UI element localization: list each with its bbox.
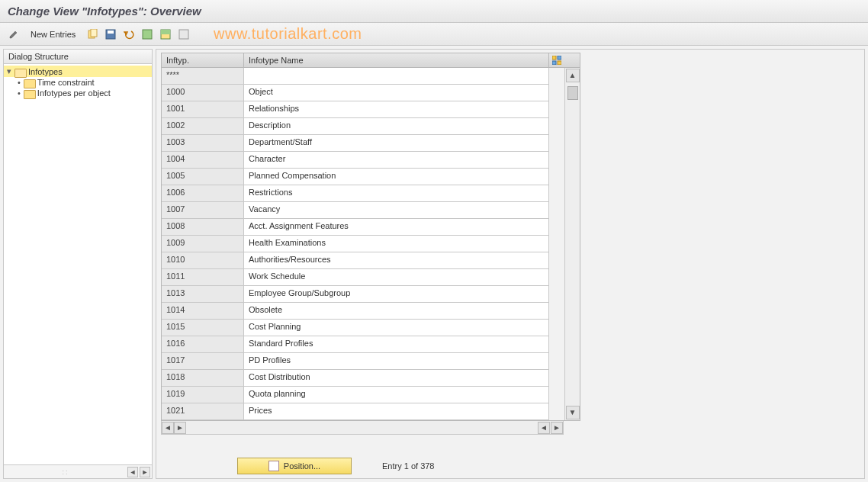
- deselect-all-icon[interactable]: [176, 27, 191, 42]
- column-header-code[interactable]: Inftyp.: [162, 53, 244, 67]
- cell-code[interactable]: 1004: [162, 152, 244, 169]
- content-panel: Inftyp. Infotype Name ▲ ▼ ****1000Object…: [156, 49, 865, 479]
- table-row[interactable]: 1016Standard Profiles: [162, 336, 580, 353]
- new-entries-button[interactable]: New Entries: [26, 28, 80, 40]
- cell-code[interactable]: 1010: [162, 252, 244, 269]
- select-block-icon[interactable]: [158, 27, 173, 42]
- folder-icon: [24, 88, 34, 98]
- cell-code[interactable]: 1009: [162, 236, 244, 252]
- tree-node-infotypes[interactable]: ▾ Infotypes: [4, 66, 152, 77]
- table-row[interactable]: 1015Cost Planning: [162, 320, 580, 336]
- resize-handle-icon[interactable]: ::: [5, 468, 126, 476]
- cell-code[interactable]: 1006: [162, 185, 244, 202]
- cell-name[interactable]: Cost Planning: [244, 320, 549, 336]
- save-icon[interactable]: [103, 27, 118, 42]
- cell-code[interactable]: 1018: [162, 370, 244, 387]
- cell-name[interactable]: Relationships: [244, 101, 549, 118]
- cell-code[interactable]: 1021: [162, 403, 244, 420]
- svg-rect-7: [179, 30, 188, 39]
- bullet-icon: •: [18, 78, 21, 87]
- table-row[interactable]: 1000Object: [162, 85, 580, 101]
- vertical-scrollbar[interactable]: ▲ ▼: [564, 68, 580, 420]
- table-row[interactable]: 1003Department/Staff: [162, 135, 580, 152]
- cell-code[interactable]: 1017: [162, 353, 244, 370]
- tree-node-label: Infotypes: [28, 67, 63, 76]
- table-row[interactable]: 1017PD Profiles: [162, 353, 580, 370]
- cell-name[interactable]: Obsolete: [244, 303, 549, 320]
- cell-name[interactable]: Quota planning: [244, 387, 549, 403]
- cell-name[interactable]: Acct. Assignment Features: [244, 219, 549, 236]
- cell-name[interactable]: Character: [244, 152, 549, 169]
- cell-name[interactable]: PD Profiles: [244, 353, 549, 370]
- table-row[interactable]: 1019Quota planning: [162, 387, 580, 403]
- scroll-left-icon[interactable]: ◄: [127, 467, 138, 477]
- table-row[interactable]: 1013Employee Group/Subgroup: [162, 286, 580, 303]
- cell-name[interactable]: Planned Compensation: [244, 169, 549, 185]
- table-row[interactable]: 1005Planned Compensation: [162, 169, 580, 185]
- scroll-right-end-icon[interactable]: ►: [551, 422, 563, 434]
- cell-code[interactable]: 1001: [162, 101, 244, 118]
- cell-name[interactable]: Cost Distribution: [244, 370, 549, 387]
- tree-node-infotypes-per-object[interactable]: • Infotypes per object: [4, 88, 152, 98]
- table-row[interactable]: 1014Obsolete: [162, 303, 580, 320]
- table-row[interactable]: 1021Prices: [162, 403, 580, 420]
- table-row[interactable]: 1007Vacancy: [162, 202, 580, 219]
- table-row[interactable]: 1009Health Examinations: [162, 236, 580, 252]
- cell-code[interactable]: 1008: [162, 219, 244, 236]
- table-row[interactable]: 1008Acct. Assignment Features: [162, 219, 580, 236]
- cell-name[interactable]: Department/Staff: [244, 135, 549, 152]
- cell-name[interactable]: [244, 68, 549, 85]
- cell-name[interactable]: Health Examinations: [244, 236, 549, 252]
- cell-code[interactable]: 1011: [162, 269, 244, 286]
- scroll-left-icon[interactable]: ◄: [162, 422, 174, 434]
- cell-name[interactable]: Work Schedule: [244, 269, 549, 286]
- table-row[interactable]: 1011Work Schedule: [162, 269, 580, 286]
- scroll-down-icon[interactable]: ▼: [566, 406, 580, 419]
- cell-name[interactable]: Authorities/Resources: [244, 252, 549, 269]
- select-all-icon[interactable]: [140, 27, 155, 42]
- cell-name[interactable]: Restrictions: [244, 185, 549, 202]
- cell-code[interactable]: 1002: [162, 118, 244, 135]
- cell-name[interactable]: Object: [244, 85, 549, 101]
- table-row[interactable]: 1001Relationships: [162, 101, 580, 118]
- cell-code[interactable]: ****: [162, 68, 244, 85]
- cell-code[interactable]: 1016: [162, 336, 244, 353]
- cell-code[interactable]: 1007: [162, 202, 244, 219]
- cell-code[interactable]: 1013: [162, 286, 244, 303]
- cell-code[interactable]: 1014: [162, 303, 244, 320]
- cell-code[interactable]: 1000: [162, 85, 244, 101]
- copy-icon[interactable]: [85, 27, 100, 42]
- cell-name[interactable]: Standard Profiles: [244, 336, 549, 353]
- svg-rect-4: [143, 30, 152, 39]
- collapse-icon[interactable]: ▾: [7, 66, 14, 76]
- position-button[interactable]: Position...: [237, 458, 352, 474]
- table-row[interactable]: 1010Authorities/Resources: [162, 252, 580, 269]
- cell-code[interactable]: 1015: [162, 320, 244, 336]
- table-row[interactable]: 1004Character: [162, 152, 580, 169]
- table-row[interactable]: 1002Description: [162, 118, 580, 135]
- cell-name[interactable]: Description: [244, 118, 549, 135]
- scroll-left-end-icon[interactable]: ◄: [538, 422, 550, 434]
- column-header-name[interactable]: Infotype Name: [244, 53, 549, 67]
- svg-rect-11: [558, 61, 561, 65]
- horizontal-scrollbar[interactable]: ◄ ► ◄ ►: [161, 421, 564, 435]
- tree-node-time-constraint[interactable]: • Time constraint: [4, 77, 152, 88]
- cell-code[interactable]: 1003: [162, 135, 244, 152]
- table-settings-icon[interactable]: [549, 53, 564, 67]
- scroll-right-step-icon[interactable]: ►: [174, 422, 186, 434]
- cell-code[interactable]: 1005: [162, 169, 244, 185]
- cell-name[interactable]: Employee Group/Subgroup: [244, 286, 549, 303]
- table-row[interactable]: 1018Cost Distribution: [162, 370, 580, 387]
- scroll-right-icon[interactable]: ►: [140, 467, 150, 477]
- cell-name[interactable]: Prices: [244, 403, 549, 420]
- scroll-thumb[interactable]: [567, 86, 578, 100]
- svg-rect-8: [552, 56, 556, 59]
- undo-icon[interactable]: [121, 27, 137, 42]
- scroll-up-icon[interactable]: ▲: [566, 69, 580, 82]
- edit-icon[interactable]: [6, 27, 21, 42]
- table-row[interactable]: 1006Restrictions: [162, 185, 580, 202]
- cell-code[interactable]: 1019: [162, 387, 244, 403]
- main-area: Dialog Structure ▾ Infotypes • Time cons…: [0, 46, 868, 482]
- cell-name[interactable]: Vacancy: [244, 202, 549, 219]
- table-row[interactable]: ****: [162, 68, 580, 85]
